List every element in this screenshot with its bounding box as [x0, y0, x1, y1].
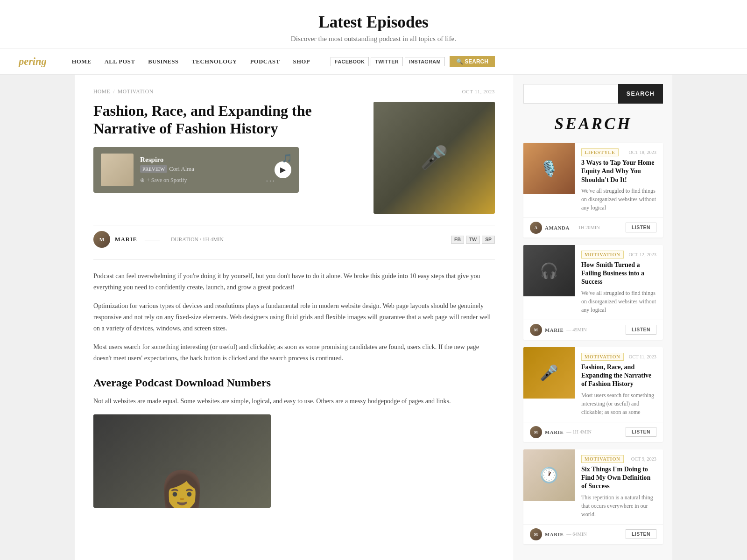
nav-technology[interactable]: TECHNOLOGY [185, 58, 244, 65]
spotify-save[interactable]: ⊕ + Save on Spotify [140, 177, 268, 184]
card-excerpt-smith: We've all struggled to find things on di… [581, 289, 656, 314]
article-header: Fashion, Race, and Expanding the Narrati… [93, 102, 495, 214]
share-sp[interactable]: SP [482, 236, 495, 244]
listen-btn-lifestyle[interactable]: LISTEN [626, 223, 656, 232]
card-footer-fashion: M MARIE — 1H 4MIN LISTEN [523, 422, 663, 442]
navbar: pering HOME ALL POST BUSINESS TECHNOLOGY… [0, 49, 747, 75]
article-section-title: Average Podcast Download Numbers [93, 377, 495, 389]
nav-links: HOME ALL POST BUSINESS TECHNOLOGY PODCAS… [65, 58, 317, 65]
card-date-fashion: OCT 11, 2023 [629, 354, 656, 359]
article-bottom-image [93, 414, 271, 508]
card-image-smith: 🎧 [523, 245, 575, 296]
sidebar-search-title: SeaRcH [523, 115, 663, 133]
card-date-smith: OCT 12, 2023 [628, 252, 656, 257]
card-author-six-things: MARIE [545, 532, 564, 537]
card-footer-smith: M MARIE — 45MIN LISTEN [523, 320, 663, 340]
card-excerpt-fashion: Most users search for something interest… [581, 391, 656, 416]
card-title-lifestyle[interactable]: 3 Ways to Tap Your Home Equity And Why Y… [581, 158, 656, 184]
author-sep: —— [145, 235, 160, 244]
listen-btn-six-things[interactable]: LISTEN [626, 529, 656, 539]
spotify-track: Respiro [140, 155, 268, 164]
card-category-lifestyle: LIFESTYLE [581, 148, 619, 156]
sidebar-search-input[interactable] [523, 84, 618, 104]
card-avatar-fashion: M [530, 426, 542, 438]
banner-subtitle: Discover the most outstanding podcast in… [9, 35, 738, 43]
article-body: Podcast can feel overwhelming if you're … [93, 271, 495, 508]
banner-title: Latest Episodes [9, 13, 738, 32]
card-date-six-things: OCT 9, 2023 [631, 456, 656, 462]
card-img-six-things: 🕐 [523, 449, 575, 501]
sidebar-card-smith: 🎧 MOTIVATION OCT 12, 2023 How Smith Turn… [523, 245, 663, 340]
card-img-lifestyle: 🎙️ [523, 143, 575, 194]
card-body-lifestyle: LIFESTYLE OCT 18, 2023 3 Ways to Tap You… [575, 143, 663, 217]
breadcrumb-separator: / [113, 89, 115, 94]
card-avatar-smith: M [530, 324, 542, 336]
main-container: HOME / MOTIVATION OCT 11, 2023 Fashion, … [75, 75, 672, 560]
nav-home[interactable]: HOME [65, 58, 98, 65]
twitter-btn[interactable]: TWITTER [371, 57, 403, 66]
nav-search-button[interactable]: 🔍 SEARCH [450, 56, 495, 67]
card-category-fashion: MOTIVATION [581, 353, 624, 361]
card-title-fashion[interactable]: Fashion, Race, and Expanding the Narrati… [581, 363, 656, 388]
author-socials: FB TW SP [451, 236, 495, 244]
card-date-lifestyle: OCT 18, 2023 [628, 150, 656, 155]
author-bar: M MARIE —— DURATION / 1H 4MIN FB TW SP [93, 225, 495, 248]
article-divider [93, 259, 495, 259]
article-main-image [374, 102, 495, 214]
spotify-dots[interactable]: ··· [266, 176, 275, 186]
article-section-body: Not all websites are made equal. Some we… [93, 396, 495, 407]
card-category-six-things: MOTIVATION [581, 455, 624, 463]
card-avatar-six-things: M [530, 528, 542, 540]
card-author-lifestyle: AMANDA [545, 225, 570, 231]
card-author-fashion: MARIE [545, 429, 564, 435]
top-banner: Latest Episodes Discover the most outsta… [0, 0, 747, 49]
card-duration-fashion: — 1H 4MIN [566, 429, 592, 434]
card-body-fashion: MOTIVATION OCT 11, 2023 Fashion, Race, a… [575, 347, 663, 422]
card-body-six-things: MOTIVATION OCT 9, 2023 Six Things I'm Do… [575, 449, 663, 524]
sidebar-card-six-things: 🕐 MOTIVATION OCT 9, 2023 Six Things I'm … [523, 449, 663, 544]
card-image-six-things: 🕐 [523, 449, 575, 501]
spotify-preview-badge: PREVIEW [140, 165, 167, 173]
card-img-smith: 🎧 [523, 245, 575, 296]
article-para-3: Most users search for something interest… [93, 342, 495, 364]
author-avatar: M [93, 231, 110, 248]
right-sidebar: SEARCH SeaRcH 🎙️ LIFESTYLE OCT 18, 2023 … [514, 75, 672, 560]
sidebar-card-fashion: 🎤 MOTIVATION OCT 11, 2023 Fashion, Race,… [523, 347, 663, 442]
listen-btn-fashion[interactable]: LISTEN [626, 427, 656, 437]
share-tw[interactable]: TW [466, 236, 480, 244]
card-title-smith[interactable]: How Smith Turned a Failing Business into… [581, 260, 656, 286]
breadcrumb: HOME / MOTIVATION OCT 11, 2023 [93, 89, 495, 94]
author-duration: DURATION / 1H 4MIN [171, 237, 224, 242]
nav-podcast[interactable]: PODCAST [244, 58, 287, 65]
nav-social: FACEBOOK TWITTER INSTAGRAM 🔍 SEARCH [331, 56, 495, 67]
sidebar-search-row: SEARCH [523, 84, 663, 104]
card-footer-six-things: M MARIE — 64MIN LISTEN [523, 524, 663, 544]
spotify-icon: 🎵 [282, 154, 292, 163]
breadcrumb-date: OCT 11, 2023 [462, 89, 495, 94]
spotify-album-art [101, 154, 134, 186]
nav-business[interactable]: BUSINESS [141, 58, 185, 65]
sidebar-search-button[interactable]: SEARCH [618, 84, 663, 104]
card-title-six-things[interactable]: Six Things I'm Doing to Find My Own Defi… [581, 465, 656, 490]
site-logo[interactable]: pering [19, 56, 47, 68]
spotify-author: Cori Alma [169, 166, 194, 172]
article-text-side: Fashion, Race, and Expanding the Narrati… [93, 102, 359, 214]
share-fb[interactable]: FB [451, 236, 464, 244]
spotify-info: Respiro PREVIEW Cori Alma ⊕ + Save on Sp… [140, 155, 268, 184]
article-para-2: Optimization for various types of device… [93, 301, 495, 334]
nav-shop[interactable]: SHOP [287, 58, 317, 65]
card-body-smith: MOTIVATION OCT 12, 2023 How Smith Turned… [575, 245, 663, 320]
spotify-play-button[interactable]: ▶ [275, 161, 291, 178]
listen-btn-smith[interactable]: LISTEN [626, 325, 656, 335]
facebook-btn[interactable]: FACEBOOK [331, 57, 369, 66]
card-duration-smith: — 45MIN [566, 327, 587, 332]
author-name: MARIE [115, 236, 137, 243]
card-img-fashion: 🎤 [523, 347, 575, 399]
sidebar-card-lifestyle: 🎙️ LIFESTYLE OCT 18, 2023 3 Ways to Tap … [523, 143, 663, 238]
card-excerpt-six-things: This repetition is a natural thing that … [581, 493, 656, 518]
nav-all-post[interactable]: ALL POST [98, 58, 142, 65]
card-duration-lifestyle: — 1H 20MIN [572, 225, 600, 230]
card-image-fashion: 🎤 [523, 347, 575, 399]
breadcrumb-home[interactable]: HOME [93, 89, 110, 94]
instagram-btn[interactable]: INSTAGRAM [405, 57, 445, 66]
